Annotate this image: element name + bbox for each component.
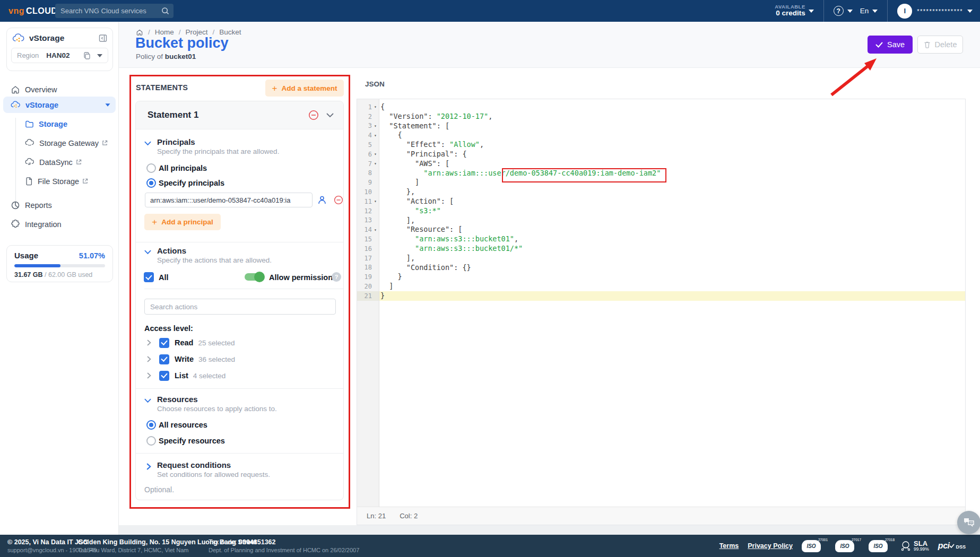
avatar[interactable]: I (897, 4, 912, 19)
editor-code[interactable]: { "Version": "2012-10-17", "Statement": … (379, 99, 965, 507)
code-line[interactable]: "s3:*" (379, 206, 965, 216)
resources-section-header[interactable]: Resources Choose resources to apply acti… (157, 395, 277, 413)
all-principals-radio[interactable] (146, 163, 156, 173)
gutter-line[interactable]: 4▾ (357, 130, 379, 140)
delete-button[interactable]: Delete (917, 36, 963, 54)
gutter-line[interactable]: 7▾ (357, 159, 379, 169)
save-button[interactable]: Save (868, 36, 913, 54)
conditions-chevron-icon[interactable] (145, 463, 152, 470)
allow-permissions-toggle[interactable] (245, 273, 264, 281)
sidebar-item-integration[interactable]: Integration (0, 216, 119, 232)
add-statement-button[interactable]: + Add a statement (265, 80, 344, 97)
principal-user-icon[interactable] (317, 195, 327, 205)
resources-chevron-icon[interactable] (144, 397, 151, 404)
vng-cloud-logo[interactable]: vngCLOUD (8, 6, 57, 16)
gutter-line[interactable]: 10 (357, 187, 379, 197)
allow-permissions-help-icon[interactable]: ? (332, 272, 341, 282)
search-actions-input[interactable] (144, 299, 336, 315)
sidebar-item-overview[interactable]: Overview (0, 81, 119, 98)
principals-chevron-icon[interactable] (144, 140, 151, 147)
code-line[interactable]: "Condition": {} (379, 263, 965, 273)
region-caret-icon[interactable] (97, 54, 102, 57)
specify-principals-label[interactable]: Specify principals (159, 179, 224, 187)
actions-section-header[interactable]: Actions Specify the actions that are all… (157, 246, 272, 264)
expand-chevron-icon[interactable] (147, 372, 151, 379)
help-caret-icon[interactable] (847, 10, 853, 13)
code-line[interactable]: ], (379, 216, 965, 225)
gutter-line[interactable]: 17 (357, 254, 379, 263)
actions-chevron-icon[interactable] (144, 249, 151, 256)
language-selector[interactable]: En (860, 7, 869, 15)
privacy-policy-link[interactable]: Privacy Policy (748, 542, 793, 550)
code-line[interactable]: "arn:aws:s3:::bucket01/*" (379, 244, 965, 254)
all-principals-label[interactable]: All principals (159, 164, 207, 172)
sidebar-item-storage[interactable]: Storage (0, 116, 119, 132)
statement-card-header[interactable]: Statement 1 (136, 101, 343, 129)
access-level-row-read[interactable]: Read 25 selected (143, 337, 334, 348)
gutter-line[interactable]: 16 (357, 244, 379, 254)
gutter-line[interactable]: 21 (357, 291, 379, 301)
sidebar-item-reports[interactable]: Reports (0, 197, 119, 213)
terms-link[interactable]: Terms (719, 542, 739, 550)
code-line[interactable]: "Principal": { (379, 150, 965, 159)
code-line[interactable]: ] (379, 178, 965, 187)
vstorage-expand-caret-icon[interactable] (106, 103, 110, 106)
add-principal-button[interactable]: + Add a principal (144, 214, 221, 230)
code-line[interactable]: "Statement": [ (379, 121, 965, 131)
code-line[interactable]: }, (379, 187, 965, 197)
expand-chevron-icon[interactable] (147, 340, 151, 346)
copy-icon[interactable] (83, 52, 91, 59)
gutter-line[interactable]: 9 (357, 178, 379, 187)
code-line[interactable]: "arn:aws:iam:::user/demo-053847-cc40a019… (379, 169, 965, 178)
chat-fab[interactable] (957, 511, 980, 534)
code-line[interactable]: } (379, 272, 965, 282)
collapse-statement-chevron-icon[interactable] (326, 113, 334, 118)
gutter-line[interactable]: 19 (357, 272, 379, 282)
global-search-input[interactable] (60, 7, 161, 15)
sidebar-item-datasync[interactable]: DataSync (0, 154, 119, 170)
credits-caret-icon[interactable] (809, 10, 814, 13)
code-line[interactable]: "arn:aws:s3:::bucket01", (379, 234, 965, 244)
remove-statement-icon[interactable] (308, 110, 319, 120)
gutter-line[interactable]: 5 (357, 140, 379, 150)
code-line[interactable]: { (379, 102, 965, 112)
code-line[interactable]: ] (379, 282, 965, 291)
code-line[interactable]: "Action": [ (379, 197, 965, 206)
access-level-row-list[interactable]: List 4 selected (143, 370, 334, 381)
all-resources-radio[interactable] (146, 420, 156, 430)
gutter-line[interactable]: 3▾ (357, 121, 379, 131)
code-line[interactable]: } (379, 291, 965, 301)
code-line[interactable]: ], (379, 254, 965, 263)
gutter-line[interactable]: 8 (357, 169, 379, 178)
specify-resources-radio[interactable] (146, 436, 156, 446)
gutter-line[interactable]: 18 (357, 263, 379, 273)
json-editor[interactable]: 1▾23▾4▾56▾7▾891011▾121314▾15161718192021… (357, 99, 966, 525)
collapse-sidebar-icon[interactable] (99, 34, 107, 42)
expand-chevron-icon[interactable] (147, 356, 151, 362)
credits-info[interactable]: AVAILABLE 0 credits (775, 4, 805, 18)
global-search[interactable] (55, 4, 174, 18)
gutter-line[interactable]: 13 (357, 216, 379, 225)
specify-resources-label[interactable]: Specify resources (159, 437, 225, 445)
language-caret-icon[interactable] (872, 10, 878, 13)
region-selector[interactable]: Region HAN02 (11, 48, 108, 63)
principal-arn-input[interactable] (145, 193, 313, 207)
gutter-line[interactable]: 1▾ (357, 102, 379, 112)
code-line[interactable]: "Resource": [ (379, 225, 965, 234)
principals-section-header[interactable]: Principals Specify the principals that a… (157, 137, 279, 155)
help-icon[interactable]: ? (834, 6, 844, 16)
code-line[interactable]: "Effect": "Allow", (379, 140, 965, 150)
sidebar-item-file-storage[interactable]: File Storage (0, 173, 119, 189)
code-line[interactable]: "Version": "2012-10-17", (379, 112, 965, 121)
conditions-section-header[interactable]: Request conditions Set conditions for al… (157, 460, 270, 478)
read-checkbox[interactable] (159, 338, 169, 348)
gutter-line[interactable]: 12 (357, 206, 379, 216)
gutter-line[interactable]: 15 (357, 234, 379, 244)
all-resources-label[interactable]: All resources (159, 421, 207, 429)
actions-all-label[interactable]: All (159, 273, 169, 282)
actions-all-checkbox[interactable] (144, 272, 154, 282)
sidebar-item-storage-gateway[interactable]: Storage Gateway (0, 135, 119, 151)
gutter-line[interactable]: 6▾ (357, 150, 379, 159)
code-line[interactable]: { (379, 130, 965, 140)
specify-principals-radio[interactable] (146, 178, 156, 188)
